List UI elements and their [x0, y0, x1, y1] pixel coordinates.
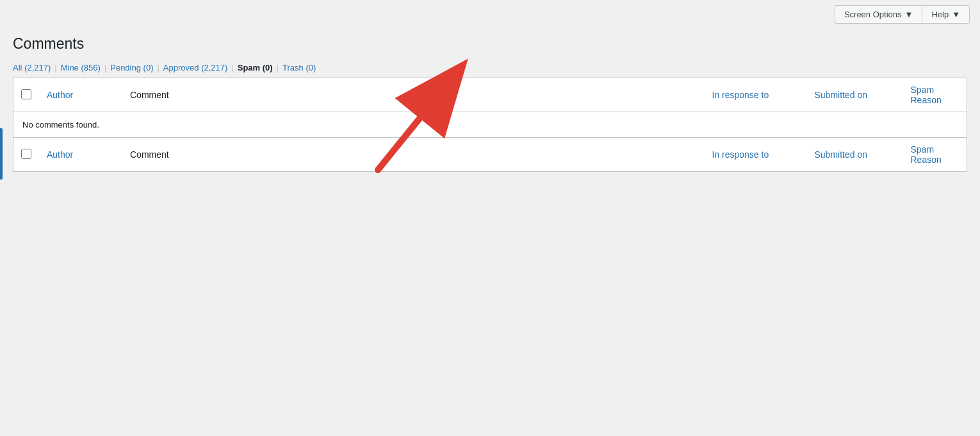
select-all-footer-checkbox[interactable]	[21, 149, 31, 159]
header-author[interactable]: Author	[39, 78, 122, 112]
footer-spam-reason[interactable]: Spam Reason	[903, 138, 967, 172]
select-all-checkbox[interactable]	[21, 89, 31, 99]
filter-all[interactable]: All (2,217)	[13, 63, 51, 72]
header-submitted-on[interactable]: Submitted on	[807, 78, 903, 112]
page-content: Comments All (2,217) | Mine (856) | Pend…	[0, 29, 980, 185]
help-label: Help	[931, 10, 949, 19]
footer-checkbox-cell	[13, 138, 40, 172]
table-footer-row: Author Comment In response to Submitted …	[13, 138, 967, 172]
no-comments-row: No comments found.	[13, 112, 967, 138]
filter-trash[interactable]: Trash (0)	[282, 63, 316, 72]
no-comments-cell: No comments found.	[13, 112, 967, 138]
header-in-response-to[interactable]: In response to	[705, 78, 807, 112]
header-comment[interactable]: Comment	[122, 78, 705, 112]
sep-2: |	[104, 63, 106, 72]
screen-options-button[interactable]: Screen Options ▼	[835, 5, 922, 24]
sep-3: |	[157, 63, 159, 72]
header-checkbox-cell	[13, 78, 40, 112]
filter-links: All (2,217) | Mine (856) | Pending (0) |…	[13, 63, 967, 72]
left-accent-bar	[0, 128, 3, 180]
screen-options-label: Screen Options	[844, 10, 902, 19]
sep-5: |	[277, 63, 279, 72]
screen-options-arrow: ▼	[905, 10, 913, 19]
footer-author[interactable]: Author	[39, 138, 122, 172]
sep-4: |	[231, 63, 233, 72]
header-spam-reason[interactable]: Spam Reason	[903, 78, 967, 112]
table-header-row: Author Comment In response to Submitted …	[13, 78, 967, 112]
top-bar: Screen Options ▼ Help ▼	[0, 0, 980, 29]
footer-comment[interactable]: Comment	[122, 138, 705, 172]
filter-mine[interactable]: Mine (856)	[61, 63, 101, 72]
help-arrow: ▼	[952, 10, 960, 19]
filter-approved[interactable]: Approved (2,217)	[163, 63, 227, 72]
help-button[interactable]: Help ▼	[922, 5, 970, 24]
footer-in-response-to[interactable]: In response to	[705, 138, 807, 172]
footer-submitted-on[interactable]: Submitted on	[807, 138, 903, 172]
comments-table: Author Comment In response to Submitted …	[13, 78, 967, 172]
filter-pending[interactable]: Pending (0)	[110, 63, 153, 72]
page-title: Comments	[13, 35, 967, 53]
filter-spam[interactable]: Spam (0)	[238, 63, 273, 72]
sep-1: |	[54, 63, 56, 72]
